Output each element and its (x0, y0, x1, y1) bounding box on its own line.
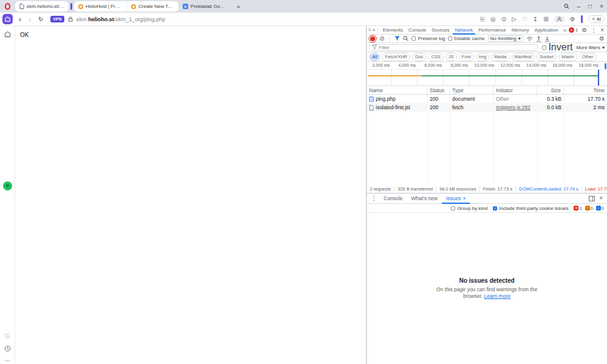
clear-icon[interactable]: ⊘ (379, 36, 384, 42)
inspect-element-icon[interactable] (368, 27, 371, 33)
reload-button[interactable]: ↻ (38, 16, 43, 22)
page-viewport[interactable]: OK (15, 26, 366, 364)
network-settings-icon[interactable]: ⚙ (599, 36, 605, 42)
rail-more-button[interactable]: ⋯ (0, 357, 15, 364)
disable-cache-toggle[interactable]: Disable cache (448, 36, 484, 41)
profile-button[interactable] (554, 16, 565, 22)
type-filter-js[interactable]: JS (446, 53, 457, 61)
timeline-scroll-thumb[interactable] (605, 63, 606, 69)
more-filters-button[interactable]: More filters▾ (576, 45, 605, 50)
devtools-close-icon[interactable]: × (600, 27, 604, 33)
devtools-tab-memory[interactable]: Memory (509, 26, 532, 35)
column-header-name[interactable]: Name (367, 86, 427, 94)
search-tabs-icon[interactable] (564, 4, 569, 9)
group-by-kind-toggle[interactable]: Group by kind (451, 206, 487, 211)
maximize-button[interactable]: □ (588, 4, 592, 10)
bookmark-heart-icon[interactable]: ♡ (522, 16, 527, 22)
devtools-settings-icon[interactable]: ⚙ (582, 27, 587, 33)
drawer-menu-icon[interactable]: ⋮ (371, 195, 377, 201)
request-status: 200 (427, 95, 450, 103)
drawer-tab-console[interactable]: Console (379, 194, 407, 204)
type-filter-all[interactable]: All (369, 53, 380, 61)
export-har-icon[interactable] (544, 36, 550, 42)
initiator-link[interactable]: snippets.js:282 (496, 104, 531, 110)
snapshot-icon[interactable]: ◎ (490, 16, 496, 22)
timeline-divider (367, 69, 607, 70)
devtools-tab-console[interactable]: Console (406, 26, 429, 35)
translate-favicon: A (183, 4, 188, 9)
learn-more-link[interactable]: Learn more (484, 293, 510, 299)
device-toolbar-icon[interactable] (373, 27, 375, 33)
vpn-badge[interactable]: VPN (50, 16, 64, 22)
filter-input[interactable] (379, 45, 535, 50)
search-icon[interactable] (403, 36, 409, 41)
rail-bookmarks-button[interactable]: ♡ (0, 332, 15, 340)
type-filter-doc[interactable]: Doc (412, 53, 426, 61)
url-text[interactable]: ekm.helioho.st/ekm_1_org/ping.php (76, 16, 166, 22)
more-tabs-button[interactable]: » (561, 27, 568, 33)
column-header-type[interactable]: Type (450, 86, 493, 94)
close-drawer-icon[interactable]: × (599, 195, 603, 201)
column-header-status[interactable]: Status (427, 86, 450, 94)
forward-button[interactable]: › (29, 16, 31, 23)
rail-home-button[interactable] (0, 31, 15, 38)
drawer-tab-whats-new[interactable]: What's new (407, 194, 442, 204)
type-filter-socket[interactable]: Socket (537, 53, 557, 61)
close-window-button[interactable]: × (600, 4, 603, 10)
network-overview-timeline[interactable]: 2,000 ms 4,000 ms 6,000 ms 8,000 ms 10,0… (367, 62, 607, 86)
column-header-time[interactable]: Time (564, 86, 607, 94)
type-filter-wasm[interactable]: Wasm (558, 53, 577, 61)
devtools-tab-sources[interactable]: Sources (429, 26, 452, 35)
rail-spotify-button[interactable] (0, 181, 15, 190)
devtools-menu-icon[interactable]: ⋮ (591, 27, 597, 33)
import-har-icon[interactable] (536, 36, 541, 42)
devtools-tab-application[interactable]: Application (532, 26, 561, 35)
type-filter-fetch-xhr[interactable]: Fetch/XHR (382, 53, 410, 61)
devtools-tab-network[interactable]: Network (453, 26, 475, 35)
third-party-toggle[interactable]: ✓Include third-party cookie issues (493, 206, 568, 211)
filter-input-box[interactable] (369, 44, 538, 51)
split-panel-icon[interactable] (589, 196, 595, 201)
downloads-icon[interactable]: ↧ (533, 16, 538, 22)
column-header-initiator[interactable]: Initiator (493, 86, 537, 94)
tab-google-translate[interactable]: A Prekladač Google (178, 1, 231, 12)
checkbox-unchecked (542, 46, 546, 50)
close-tab-icon[interactable]: × (463, 195, 466, 201)
error-badge[interactable]: ×1 (569, 27, 578, 33)
type-filter-other[interactable]: Other (579, 53, 597, 61)
back-button[interactable]: ‹ (19, 16, 21, 23)
throttling-select[interactable]: No throttling▾ (488, 35, 523, 42)
preserve-log-toggle[interactable]: Preserve log (412, 36, 445, 41)
flow-icon[interactable]: ▷ (512, 16, 517, 22)
devtools-tab-performance[interactable]: Performance (476, 26, 509, 35)
type-filter-manifest[interactable]: Manifest (512, 53, 535, 61)
start-page-button[interactable] (2, 14, 13, 24)
drawer-tab-issues[interactable]: Issues× (442, 194, 470, 204)
minimize-button[interactable]: – (577, 4, 581, 10)
new-tab-button[interactable]: + (234, 3, 243, 10)
reading-mode-icon[interactable]: ⎘ (480, 16, 485, 22)
timeline-gridline (574, 69, 574, 86)
extensions-icon[interactable]: ⊞ (543, 16, 548, 22)
easy-setup-icon[interactable]: ⚙ (570, 16, 575, 22)
record-button[interactable] (370, 36, 375, 41)
opera-menu-button[interactable] (0, 3, 15, 10)
type-filter-img[interactable]: Img (476, 53, 490, 61)
devtools-tab-elements[interactable]: Elements (380, 26, 405, 35)
sidebar-toggle[interactable] (581, 15, 583, 23)
network-conditions-icon[interactable] (526, 36, 533, 41)
aria-ai-button[interactable]: ✧AI (588, 15, 605, 23)
rail-history-button[interactable] (0, 345, 15, 352)
tab-create-topic[interactable]: Create New Topic - Helioh (126, 1, 178, 12)
type-filter-media[interactable]: Media (491, 53, 509, 61)
filter-icon[interactable] (395, 36, 400, 41)
adblock-icon[interactable]: ⊙ (501, 16, 506, 22)
request-row-ping[interactable]: ping.php 200 document Other 0.3 kB 17.70… (367, 95, 607, 103)
type-filter-font[interactable]: Font (459, 53, 474, 61)
invert-toggle[interactable]: Invert (542, 42, 572, 53)
tab-ping-page[interactable]: ekm.helioho.st/ekm_1_org (15, 1, 69, 12)
request-row-isolated-first[interactable]: isolated-first.jst 200 fetch snippets.js… (367, 103, 607, 112)
type-filter-css[interactable]: CSS (428, 53, 443, 61)
tab-heliohost[interactable]: HelioHost | Free Hosting (74, 1, 126, 12)
column-header-size[interactable]: Size (537, 86, 564, 94)
